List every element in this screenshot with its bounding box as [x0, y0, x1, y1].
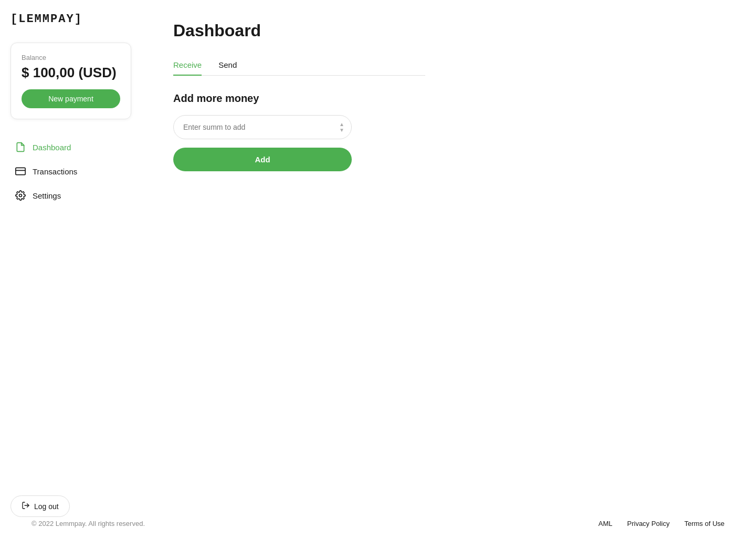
new-payment-button[interactable]: New payment — [22, 89, 120, 108]
amount-input-container: ▲ ▼ — [173, 115, 352, 139]
svg-rect-0 — [16, 168, 25, 174]
logo-bracket-right: ] — [75, 13, 82, 26]
footer-copyright: © 2022 Lemmpay. All rights reserved. — [32, 520, 145, 527]
sidebar-item-transactions[interactable]: Transactions — [10, 160, 131, 182]
file-icon — [15, 141, 26, 153]
tab-send[interactable]: Send — [218, 55, 237, 76]
sidebar: [LEMMPAY] Balance $ 100,00 (USD) New pay… — [0, 0, 142, 538]
add-money-section: Add more money ▲ ▼ Add — [173, 92, 724, 171]
logo-bracket-left: [ — [10, 13, 18, 26]
svg-point-2 — [19, 194, 22, 197]
footer-link-privacy[interactable]: Privacy Policy — [627, 520, 670, 527]
sidebar-item-settings[interactable]: Settings — [10, 184, 131, 206]
tab-receive[interactable]: Receive — [173, 55, 202, 76]
add-button[interactable]: Add — [173, 148, 352, 171]
sidebar-item-label-settings: Settings — [33, 191, 61, 200]
add-money-title: Add more money — [173, 92, 724, 105]
sidebar-item-label-transactions: Transactions — [33, 167, 77, 176]
balance-label: Balance — [22, 54, 120, 61]
nav-menu: Dashboard Transactions Settings — [10, 136, 131, 206]
main-content: Dashboard Receive Send Add more money ▲ … — [142, 0, 756, 538]
footer-links: AML Privacy Policy Terms of Use — [598, 520, 724, 527]
sidebar-item-dashboard[interactable]: Dashboard — [10, 136, 131, 158]
tabs: Receive Send — [173, 55, 425, 76]
sidebar-item-label-dashboard: Dashboard — [33, 143, 71, 152]
spinner-down-icon[interactable]: ▼ — [339, 128, 344, 133]
footer-link-aml[interactable]: AML — [598, 520, 613, 527]
balance-amount: $ 100,00 (USD) — [22, 65, 120, 81]
spinner-arrows[interactable]: ▲ ▼ — [339, 122, 344, 133]
spinner-up-icon[interactable]: ▲ — [339, 122, 344, 127]
gear-icon — [15, 190, 26, 201]
footer-link-terms[interactable]: Terms of Use — [684, 520, 724, 527]
amount-input[interactable] — [173, 115, 352, 139]
balance-card: Balance $ 100,00 (USD) New payment — [10, 43, 131, 119]
card-icon — [15, 165, 26, 177]
app-logo: [LEMMPAY] — [10, 13, 131, 26]
page-title: Dashboard — [173, 21, 724, 40]
footer: © 2022 Lemmpay. All rights reserved. AML… — [0, 509, 756, 538]
